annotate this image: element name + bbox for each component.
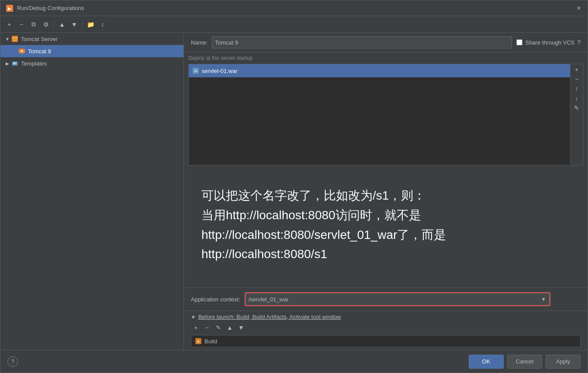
deploy-list-item[interactable]: W servlet-01:war <box>189 64 570 77</box>
deploy-list: W servlet-01:war <box>188 64 571 166</box>
deploy-edit-button[interactable]: ✎ <box>572 104 581 112</box>
before-launch-up-button[interactable]: ▲ <box>225 323 235 332</box>
before-launch-item-build[interactable]: B Build <box>191 335 580 347</box>
svg-text:🐱: 🐱 <box>13 37 17 41</box>
dialog-window: ▶ Run/Debug Configurations × + − ⧉ ⚙ ▲ ▼… <box>0 0 588 373</box>
content-area: ▼ 🐱 Tomcat Server <box>0 33 588 350</box>
deploy-sidebar-buttons: + − ↑ ↓ ✎ <box>571 64 583 166</box>
deploy-up-button[interactable]: ↑ <box>572 84 581 93</box>
title-bar: ▶ Run/Debug Configurations × <box>0 0 588 16</box>
right-panel: Name: Share through VCS ? Deploy at the … <box>184 33 588 350</box>
tomcat-icon <box>18 47 26 55</box>
share-vcs-help-icon[interactable]: ? <box>577 39 581 46</box>
context-input[interactable] <box>246 293 538 305</box>
deploy-down-button[interactable]: ↓ <box>572 94 581 103</box>
name-input[interactable] <box>212 36 512 48</box>
context-dropdown-button[interactable]: ▼ <box>538 293 550 305</box>
before-launch-header: ▼ Before launch: Build, Build Artifacts,… <box>191 314 581 320</box>
deploy-remove-button[interactable]: − <box>572 75 581 83</box>
context-label: Application context: <box>191 296 240 303</box>
before-launch-remove-button[interactable]: − <box>202 323 212 332</box>
sidebar-item-label-templates: Templates <box>21 60 47 67</box>
toolbar-separator-2 <box>82 20 83 29</box>
share-vcs-container: Share through VCS ? <box>516 39 581 46</box>
svg-text:▶: ▶ <box>8 6 11 11</box>
expand-arrow-templates: ▶ <box>4 61 11 66</box>
settings-config-button[interactable]: ⚙ <box>41 19 51 30</box>
sidebar-item-tomcat-9[interactable]: Tomcat 9 <box>0 45 183 57</box>
svg-point-6 <box>21 50 23 52</box>
build-icon: B <box>195 338 202 345</box>
sort-button[interactable]: ↕ <box>97 19 108 30</box>
deploy-header: Deploy at the server startup <box>188 55 583 61</box>
folder-button[interactable]: 📁 <box>85 19 96 30</box>
name-label: Name: <box>191 39 208 46</box>
templates-icon <box>11 59 19 67</box>
apply-button[interactable]: Apply <box>546 355 581 369</box>
svg-text:W: W <box>194 69 197 73</box>
svg-text:B: B <box>197 339 200 344</box>
war-icon: W <box>192 67 199 74</box>
svg-marker-5 <box>20 48 24 49</box>
copy-config-button[interactable]: ⧉ <box>28 19 39 30</box>
deploy-list-area: W servlet-01:war + − ↑ ↓ ✎ <box>188 64 583 166</box>
ok-button[interactable]: OK <box>469 355 504 369</box>
deploy-item-label: servlet-01:war <box>202 68 238 74</box>
close-button[interactable]: × <box>575 5 582 12</box>
annotation-overlay: 可以把这个名字改了，比如改为/s1，则： 当用http://localhost:… <box>188 166 583 285</box>
before-launch-title: Before launch: Build, Build Artifacts, A… <box>198 314 341 320</box>
before-launch-item-label: Build <box>204 338 217 345</box>
deploy-add-button[interactable]: + <box>572 65 581 74</box>
sidebar-item-tomcat-server[interactable]: ▼ 🐱 Tomcat Server <box>0 33 183 45</box>
name-row: Name: Share through VCS ? <box>184 33 588 52</box>
sidebar-item-label-tomcat-9: Tomcat 9 <box>28 48 51 55</box>
add-config-button[interactable]: + <box>4 19 14 30</box>
toolbar: + − ⧉ ⚙ ▲ ▼ 📁 ↕ <box>0 16 588 33</box>
bottom-bar-left: ? <box>7 356 18 367</box>
move-up-button[interactable]: ▲ <box>57 19 67 30</box>
before-launch-toolbar: + − ✎ ▲ ▼ <box>191 323 581 332</box>
tomcat-server-icon: 🐱 <box>11 35 19 43</box>
deploy-section: Deploy at the server startup W servlet-0… <box>184 52 588 287</box>
share-vcs-label: Share through VCS <box>525 39 574 46</box>
context-input-wrap: ▼ <box>245 292 550 306</box>
before-launch-edit-button[interactable]: ✎ <box>214 323 223 332</box>
before-launch-list: B Build <box>191 335 581 347</box>
annotation-text: 可以把这个名字改了，比如改为/s1，则： 当用http://localhost:… <box>201 186 570 264</box>
sidebar: ▼ 🐱 Tomcat Server <box>0 33 184 350</box>
share-vcs-checkbox[interactable] <box>516 39 522 45</box>
cancel-button[interactable]: Cancel <box>507 355 542 369</box>
app-icon: ▶ <box>6 4 14 12</box>
before-launch-add-button[interactable]: + <box>191 323 201 332</box>
move-down-button[interactable]: ▼ <box>69 19 80 30</box>
sidebar-item-templates[interactable]: ▶ Templates <box>0 57 183 69</box>
dialog-title: Run/Debug Configurations <box>17 5 575 11</box>
bottom-bar: ? OK Cancel Apply <box>0 350 588 373</box>
expand-arrow-tomcat-server: ▼ <box>4 37 11 41</box>
sidebar-item-label-tomcat-server: Tomcat Server <box>21 36 58 42</box>
before-launch-section: ▼ Before launch: Build, Build Artifacts,… <box>184 311 588 350</box>
remove-config-button[interactable]: − <box>16 19 27 30</box>
toolbar-separator-1 <box>54 20 54 29</box>
before-launch-down-button[interactable]: ▼ <box>236 323 246 332</box>
bottom-bar-right: OK Cancel Apply <box>469 355 581 369</box>
context-row: Application context: ▼ <box>184 287 588 311</box>
help-button[interactable]: ? <box>7 356 18 367</box>
before-launch-toggle[interactable]: ▼ <box>191 314 196 320</box>
